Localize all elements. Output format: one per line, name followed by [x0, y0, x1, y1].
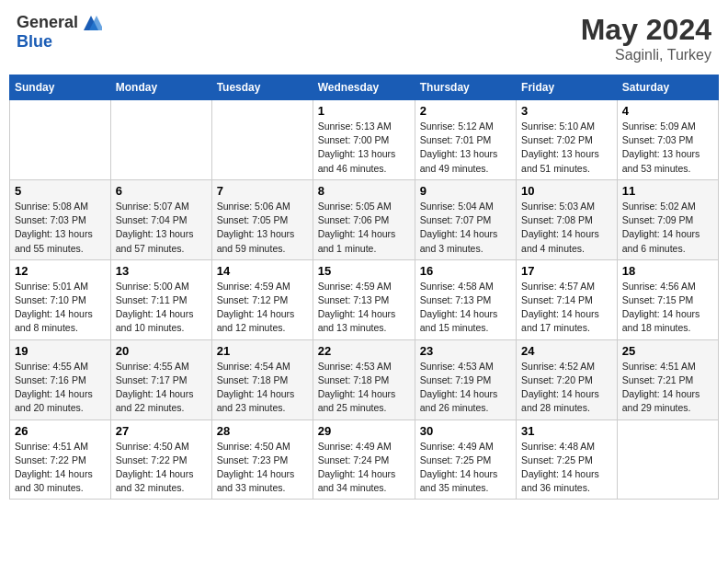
day-info: Sunrise: 5:05 AM Sunset: 7:06 PM Dayligh… [318, 200, 410, 256]
day-info: Sunrise: 4:55 AM Sunset: 7:17 PM Dayligh… [116, 360, 207, 416]
day-number: 16 [420, 264, 511, 278]
calendar-cell: 30Sunrise: 4:49 AM Sunset: 7:25 PM Dayli… [415, 419, 516, 500]
day-number: 26 [15, 424, 106, 438]
calendar-cell: 5Sunrise: 5:08 AM Sunset: 7:03 PM Daylig… [10, 179, 111, 259]
day-info: Sunrise: 4:50 AM Sunset: 7:22 PM Dayligh… [116, 440, 207, 496]
day-of-week-header: Monday [110, 75, 211, 100]
calendar-week-row: 19Sunrise: 4:55 AM Sunset: 7:16 PM Dayli… [10, 339, 719, 419]
day-number: 14 [217, 264, 308, 278]
calendar-cell: 27Sunrise: 4:50 AM Sunset: 7:22 PM Dayli… [110, 419, 211, 500]
day-info: Sunrise: 4:59 AM Sunset: 7:13 PM Dayligh… [318, 280, 410, 336]
day-info: Sunrise: 4:55 AM Sunset: 7:16 PM Dayligh… [15, 360, 106, 416]
logo-blue: Blue [17, 32, 52, 51]
day-info: Sunrise: 5:12 AM Sunset: 7:01 PM Dayligh… [420, 120, 511, 176]
calendar-table: SundayMondayTuesdayWednesdayThursdayFrid… [9, 75, 719, 500]
calendar-header-row: SundayMondayTuesdayWednesdayThursdayFrid… [10, 75, 719, 100]
day-number: 5 [15, 184, 106, 198]
calendar-cell: 1Sunrise: 5:13 AM Sunset: 7:00 PM Daylig… [313, 100, 415, 180]
day-of-week-header: Friday [517, 75, 618, 100]
day-number: 29 [318, 424, 410, 438]
day-info: Sunrise: 4:56 AM Sunset: 7:15 PM Dayligh… [622, 280, 713, 336]
day-info: Sunrise: 5:13 AM Sunset: 7:00 PM Dayligh… [318, 120, 410, 176]
day-info: Sunrise: 5:06 AM Sunset: 7:05 PM Dayligh… [217, 200, 308, 256]
day-info: Sunrise: 4:49 AM Sunset: 7:24 PM Dayligh… [318, 440, 410, 496]
calendar-cell: 19Sunrise: 4:55 AM Sunset: 7:16 PM Dayli… [10, 339, 111, 419]
logo-icon [80, 14, 102, 32]
day-of-week-header: Thursday [415, 75, 516, 100]
day-number: 12 [15, 264, 106, 278]
calendar-cell: 16Sunrise: 4:58 AM Sunset: 7:13 PM Dayli… [415, 259, 516, 339]
calendar-cell: 31Sunrise: 4:48 AM Sunset: 7:25 PM Dayli… [517, 419, 618, 500]
day-info: Sunrise: 4:50 AM Sunset: 7:23 PM Dayligh… [217, 440, 308, 496]
day-info: Sunrise: 4:52 AM Sunset: 7:20 PM Dayligh… [521, 360, 612, 416]
calendar-cell [211, 100, 313, 180]
day-info: Sunrise: 4:54 AM Sunset: 7:18 PM Dayligh… [217, 360, 308, 416]
day-of-week-header: Tuesday [211, 75, 313, 100]
calendar-cell: 3Sunrise: 5:10 AM Sunset: 7:02 PM Daylig… [517, 100, 618, 180]
calendar-cell: 29Sunrise: 4:49 AM Sunset: 7:24 PM Dayli… [313, 419, 415, 500]
calendar-cell: 14Sunrise: 4:59 AM Sunset: 7:12 PM Dayli… [211, 259, 313, 339]
day-number: 24 [521, 344, 612, 358]
day-number: 15 [318, 264, 410, 278]
day-number: 31 [521, 424, 612, 438]
calendar-cell: 10Sunrise: 5:03 AM Sunset: 7:08 PM Dayli… [517, 179, 618, 259]
calendar-week-row: 5Sunrise: 5:08 AM Sunset: 7:03 PM Daylig… [10, 179, 719, 259]
day-info: Sunrise: 4:53 AM Sunset: 7:19 PM Dayligh… [420, 360, 511, 416]
day-of-week-header: Sunday [10, 75, 111, 100]
day-number: 25 [622, 344, 713, 358]
calendar-week-row: 26Sunrise: 4:51 AM Sunset: 7:22 PM Dayli… [10, 419, 719, 500]
day-info: Sunrise: 4:51 AM Sunset: 7:22 PM Dayligh… [15, 440, 106, 496]
calendar-cell: 6Sunrise: 5:07 AM Sunset: 7:04 PM Daylig… [110, 179, 211, 259]
day-number: 21 [217, 344, 308, 358]
day-number: 10 [521, 184, 612, 198]
day-info: Sunrise: 5:08 AM Sunset: 7:03 PM Dayligh… [15, 200, 106, 256]
day-number: 23 [420, 344, 511, 358]
day-info: Sunrise: 5:04 AM Sunset: 7:07 PM Dayligh… [420, 200, 511, 256]
day-number: 22 [318, 344, 410, 358]
calendar-cell: 26Sunrise: 4:51 AM Sunset: 7:22 PM Dayli… [10, 419, 111, 500]
calendar-cell: 18Sunrise: 4:56 AM Sunset: 7:15 PM Dayli… [617, 259, 718, 339]
day-info: Sunrise: 5:01 AM Sunset: 7:10 PM Dayligh… [15, 280, 106, 336]
calendar-cell: 24Sunrise: 4:52 AM Sunset: 7:20 PM Dayli… [517, 339, 618, 419]
calendar-cell [110, 100, 211, 180]
calendar-cell: 8Sunrise: 5:05 AM Sunset: 7:06 PM Daylig… [313, 179, 415, 259]
day-info: Sunrise: 4:53 AM Sunset: 7:18 PM Dayligh… [318, 360, 410, 416]
day-number: 28 [217, 424, 308, 438]
logo: General Blue [17, 13, 102, 52]
calendar-cell: 9Sunrise: 5:04 AM Sunset: 7:07 PM Daylig… [415, 179, 516, 259]
day-number: 17 [521, 264, 612, 278]
calendar-cell [10, 100, 111, 180]
day-info: Sunrise: 5:03 AM Sunset: 7:08 PM Dayligh… [521, 200, 612, 256]
day-number: 30 [420, 424, 511, 438]
day-number: 19 [15, 344, 106, 358]
calendar-cell [617, 419, 718, 500]
location: Saginli, Turkey [581, 47, 711, 63]
day-info: Sunrise: 5:09 AM Sunset: 7:03 PM Dayligh… [622, 120, 713, 176]
day-number: 4 [622, 104, 713, 118]
day-of-week-header: Wednesday [313, 75, 415, 100]
logo-general: General [17, 13, 78, 32]
day-number: 7 [217, 184, 308, 198]
day-number: 1 [318, 104, 410, 118]
day-info: Sunrise: 4:58 AM Sunset: 7:13 PM Dayligh… [420, 280, 511, 336]
day-number: 9 [420, 184, 511, 198]
day-number: 27 [116, 424, 207, 438]
calendar-cell: 22Sunrise: 4:53 AM Sunset: 7:18 PM Dayli… [313, 339, 415, 419]
calendar-week-row: 12Sunrise: 5:01 AM Sunset: 7:10 PM Dayli… [10, 259, 719, 339]
calendar-cell: 20Sunrise: 4:55 AM Sunset: 7:17 PM Dayli… [110, 339, 211, 419]
title-block: May 2024 Saginli, Turkey [581, 13, 711, 63]
calendar-week-row: 1Sunrise: 5:13 AM Sunset: 7:00 PM Daylig… [10, 100, 719, 180]
page-header: General Blue May 2024 Saginli, Turkey [9, 9, 719, 67]
day-number: 8 [318, 184, 410, 198]
day-of-week-header: Saturday [617, 75, 718, 100]
calendar-cell: 2Sunrise: 5:12 AM Sunset: 7:01 PM Daylig… [415, 100, 516, 180]
calendar-cell: 25Sunrise: 4:51 AM Sunset: 7:21 PM Dayli… [617, 339, 718, 419]
day-info: Sunrise: 4:51 AM Sunset: 7:21 PM Dayligh… [622, 360, 713, 416]
calendar-cell: 28Sunrise: 4:50 AM Sunset: 7:23 PM Dayli… [211, 419, 313, 500]
day-info: Sunrise: 5:07 AM Sunset: 7:04 PM Dayligh… [116, 200, 207, 256]
day-number: 6 [116, 184, 207, 198]
calendar-cell: 11Sunrise: 5:02 AM Sunset: 7:09 PM Dayli… [617, 179, 718, 259]
day-info: Sunrise: 4:48 AM Sunset: 7:25 PM Dayligh… [521, 440, 612, 496]
day-info: Sunrise: 5:00 AM Sunset: 7:11 PM Dayligh… [116, 280, 207, 336]
calendar-cell: 4Sunrise: 5:09 AM Sunset: 7:03 PM Daylig… [617, 100, 718, 180]
